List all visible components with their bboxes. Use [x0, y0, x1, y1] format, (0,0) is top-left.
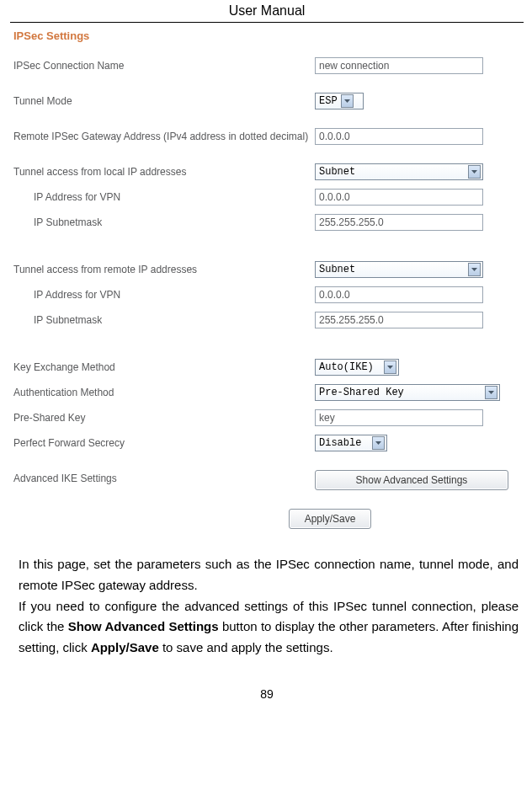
- dropdown-arrow-icon: [468, 165, 481, 179]
- dropdown-arrow-icon: [384, 360, 396, 374]
- conn-name-label: IPSec Connection Name: [13, 57, 315, 72]
- psk-label: Pre-Shared Key: [13, 409, 315, 425]
- paragraph-1: In this page, set the parameters such as…: [19, 557, 519, 592]
- header-divider: [10, 22, 524, 23]
- pfs-select[interactable]: Disable: [315, 435, 387, 451]
- adv-ike-label: Advanced IKE Settings: [13, 470, 315, 485]
- paragraph-2e: to save and apply the settings.: [159, 640, 333, 654]
- dropdown-arrow-icon: [485, 386, 497, 399]
- dropdown-arrow-icon: [372, 436, 385, 450]
- svg-marker-1: [471, 170, 477, 174]
- paragraph-2d: Apply/Save: [91, 640, 159, 654]
- local-access-label: Tunnel access from local IP addresses: [13, 163, 315, 179]
- remote-mask-label: IP Subnetmask: [13, 312, 315, 327]
- show-advanced-settings-button[interactable]: Show Advanced Settings: [315, 470, 508, 490]
- ipsec-settings-panel: IPSec Settings IPSec Connection Name Tun…: [10, 28, 524, 539]
- remote-access-select[interactable]: Subnet: [315, 261, 483, 278]
- local-ip-input[interactable]: [315, 189, 483, 206]
- dropdown-arrow-icon: [468, 263, 481, 276]
- page-header-title: User Manual: [10, 3, 524, 19]
- auth-method-select[interactable]: Pre-Shared Key: [315, 384, 500, 401]
- remote-access-label: Tunnel access from remote IP addresses: [13, 261, 315, 276]
- key-exchange-value: Auto(IKE): [319, 361, 374, 373]
- local-mask-label: IP Subnetmask: [13, 214, 315, 229]
- key-exchange-label: Key Exchange Method: [13, 359, 315, 374]
- remote-gw-input[interactable]: [315, 128, 483, 145]
- pfs-value: Disable: [319, 437, 361, 449]
- local-ip-label: IP Address for VPN: [13, 189, 315, 204]
- remote-ip-input[interactable]: [315, 286, 483, 303]
- key-exchange-select[interactable]: Auto(IKE): [315, 359, 399, 376]
- tunnel-mode-select[interactable]: ESP: [315, 93, 364, 109]
- page-number: 89: [10, 687, 524, 701]
- svg-marker-2: [471, 268, 477, 271]
- psk-input[interactable]: [315, 409, 483, 426]
- auth-method-label: Authentication Method: [13, 384, 315, 399]
- remote-mask-input[interactable]: [315, 312, 483, 328]
- conn-name-input[interactable]: [315, 57, 483, 74]
- pfs-label: Perfect Forward Secrecy: [13, 435, 315, 450]
- svg-marker-5: [375, 441, 381, 445]
- section-title: IPSec Settings: [13, 29, 520, 42]
- dropdown-arrow-icon: [341, 94, 354, 108]
- local-access-select[interactable]: Subnet: [315, 163, 483, 180]
- auth-method-value: Pre-Shared Key: [319, 387, 404, 398]
- description-text: In this page, set the parameters such as…: [19, 554, 519, 659]
- svg-marker-3: [387, 366, 393, 369]
- paragraph-2b: Show Advanced Settings: [68, 619, 219, 633]
- local-access-value: Subnet: [319, 166, 465, 178]
- remote-ip-label: IP Address for VPN: [13, 286, 315, 302]
- tunnel-mode-label: Tunnel Mode: [13, 93, 315, 108]
- tunnel-mode-value: ESP: [319, 95, 338, 107]
- svg-marker-4: [488, 391, 494, 394]
- remote-gw-label: Remote IPSec Gateway Address (IPv4 addre…: [13, 128, 315, 143]
- local-mask-input[interactable]: [315, 214, 483, 231]
- svg-marker-0: [344, 99, 350, 103]
- apply-save-button[interactable]: Apply/Save: [289, 509, 372, 529]
- remote-access-value: Subnet: [319, 264, 465, 275]
